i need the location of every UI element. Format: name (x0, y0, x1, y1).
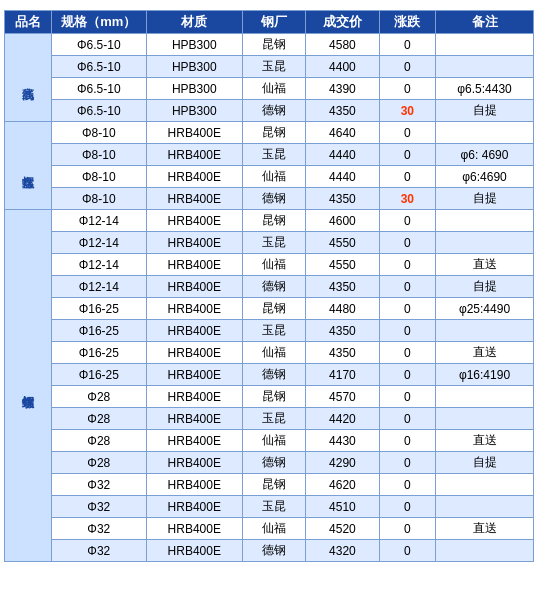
page-container: 品名 规格（mm） 材质 钢厂 成交价 涨跌 备注 高线Φ6.5-10HPB30… (0, 0, 538, 568)
spec-cell: Φ16-25 (51, 364, 147, 386)
mat-cell: HRB400E (147, 386, 243, 408)
change-cell: 0 (379, 408, 435, 430)
col-header-name: 品名 (5, 11, 52, 34)
spec-cell: Φ8-10 (51, 122, 147, 144)
spec-cell: Φ6.5-10 (51, 100, 147, 122)
table-row: 盘螺Φ8-10HRB400E昆钢46400 (5, 122, 534, 144)
mat-cell: HRB400E (147, 518, 243, 540)
note-cell: 自提 (436, 276, 534, 298)
category-cell: 螺纹钢 (5, 210, 52, 562)
table-row: Φ6.5-10HPB300德钢435030自提 (5, 100, 534, 122)
table-row: Φ32HRB400E德钢43200 (5, 540, 534, 562)
mill-cell: 德钢 (242, 188, 306, 210)
mill-cell: 德钢 (242, 364, 306, 386)
spec-cell: Φ6.5-10 (51, 34, 147, 56)
mill-cell: 玉昆 (242, 496, 306, 518)
table-row: 螺纹钢Φ12-14HRB400E昆钢46000 (5, 210, 534, 232)
mill-cell: 昆钢 (242, 298, 306, 320)
change-cell: 0 (379, 144, 435, 166)
category-cell: 高线 (5, 34, 52, 122)
col-header-spec: 规格（mm） (51, 11, 147, 34)
change-cell: 0 (379, 78, 435, 100)
mat-cell: HRB400E (147, 430, 243, 452)
note-cell (436, 496, 534, 518)
mat-cell: HRB400E (147, 320, 243, 342)
change-cell: 0 (379, 122, 435, 144)
spec-cell: Φ32 (51, 518, 147, 540)
note-cell (436, 474, 534, 496)
change-cell: 0 (379, 342, 435, 364)
price-cell: 4320 (306, 540, 379, 562)
mill-cell: 德钢 (242, 276, 306, 298)
spec-cell: Φ8-10 (51, 188, 147, 210)
change-cell: 0 (379, 276, 435, 298)
spec-cell: Φ12-14 (51, 210, 147, 232)
change-cell: 0 (379, 364, 435, 386)
table-row: Φ32HRB400E仙福45200直送 (5, 518, 534, 540)
table-row: Φ16-25HRB400E仙福43500直送 (5, 342, 534, 364)
spec-cell: Φ16-25 (51, 320, 147, 342)
spec-cell: Φ28 (51, 430, 147, 452)
mat-cell: HRB400E (147, 144, 243, 166)
note-cell: φ25:4490 (436, 298, 534, 320)
table-row: Φ16-25HRB400E玉昆43500 (5, 320, 534, 342)
mill-cell: 昆钢 (242, 122, 306, 144)
table-row: Φ16-25HRB400E昆钢44800φ25:4490 (5, 298, 534, 320)
mill-cell: 昆钢 (242, 474, 306, 496)
change-cell: 0 (379, 452, 435, 474)
note-cell (436, 540, 534, 562)
price-cell: 4640 (306, 122, 379, 144)
note-cell (436, 320, 534, 342)
mill-cell: 昆钢 (242, 210, 306, 232)
table-row: 高线Φ6.5-10HPB300昆钢45800 (5, 34, 534, 56)
change-cell: 0 (379, 474, 435, 496)
price-cell: 4510 (306, 496, 379, 518)
spec-cell: Φ28 (51, 408, 147, 430)
table-row: Φ28HRB400E仙福44300直送 (5, 430, 534, 452)
mat-cell: HRB400E (147, 210, 243, 232)
mat-cell: HRB400E (147, 496, 243, 518)
price-cell: 4550 (306, 232, 379, 254)
mill-cell: 仙福 (242, 518, 306, 540)
price-cell: 4400 (306, 56, 379, 78)
note-cell: 直送 (436, 254, 534, 276)
mat-cell: HRB400E (147, 122, 243, 144)
note-cell (436, 56, 534, 78)
table-row: Φ8-10HRB400E玉昆44400φ6: 4690 (5, 144, 534, 166)
price-cell: 4390 (306, 78, 379, 100)
spec-cell: Φ6.5-10 (51, 56, 147, 78)
change-cell: 0 (379, 34, 435, 56)
price-cell: 4440 (306, 144, 379, 166)
mill-cell: 玉昆 (242, 56, 306, 78)
note-cell: 自提 (436, 452, 534, 474)
mat-cell: HPB300 (147, 56, 243, 78)
note-cell (436, 210, 534, 232)
mill-cell: 仙福 (242, 254, 306, 276)
change-cell: 0 (379, 320, 435, 342)
spec-cell: Φ6.5-10 (51, 78, 147, 100)
table-row: Φ32HRB400E玉昆45100 (5, 496, 534, 518)
note-cell: 直送 (436, 342, 534, 364)
mat-cell: HRB400E (147, 364, 243, 386)
change-cell: 0 (379, 232, 435, 254)
price-cell: 4480 (306, 298, 379, 320)
mill-cell: 昆钢 (242, 386, 306, 408)
change-cell: 0 (379, 518, 435, 540)
mill-cell: 仙福 (242, 342, 306, 364)
spec-cell: Φ12-14 (51, 232, 147, 254)
price-table: 品名 规格（mm） 材质 钢厂 成交价 涨跌 备注 高线Φ6.5-10HPB30… (4, 10, 534, 562)
spec-cell: Φ8-10 (51, 166, 147, 188)
col-header-note: 备注 (436, 11, 534, 34)
change-cell: 30 (379, 100, 435, 122)
price-cell: 4170 (306, 364, 379, 386)
change-cell: 0 (379, 386, 435, 408)
mat-cell: HRB400E (147, 254, 243, 276)
mat-cell: HRB400E (147, 452, 243, 474)
price-cell: 4350 (306, 100, 379, 122)
mill-cell: 玉昆 (242, 144, 306, 166)
spec-cell: Φ32 (51, 496, 147, 518)
mat-cell: HRB400E (147, 232, 243, 254)
change-cell: 30 (379, 188, 435, 210)
note-cell (436, 408, 534, 430)
mill-cell: 仙福 (242, 430, 306, 452)
